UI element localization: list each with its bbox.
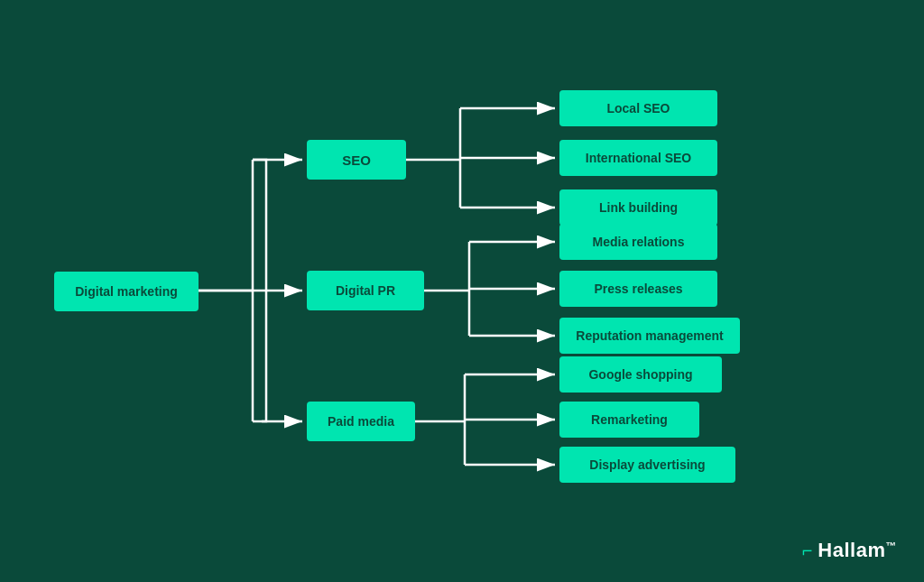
node-reputation-management: Reputation management <box>559 318 740 354</box>
node-display-advertising: Display advertising <box>559 447 735 483</box>
diagram: Digital marketing SEO Digital PR Paid me… <box>0 0 924 582</box>
hallam-logo-text: Hallam™ <box>818 539 897 562</box>
node-paid-media: Paid media <box>307 402 415 441</box>
node-digital-marketing: Digital marketing <box>54 272 199 311</box>
node-media-relations: Media relations <box>559 224 717 260</box>
node-seo: SEO <box>307 140 406 180</box>
node-remarketing: Remarketing <box>559 402 699 438</box>
node-international-seo: International SEO <box>559 140 717 176</box>
node-google-shopping: Google shopping <box>559 356 722 393</box>
hallam-logo: ⌐ Hallam™ <box>802 539 897 562</box>
node-link-building: Link building <box>559 189 717 226</box>
hallam-logo-icon: ⌐ <box>802 540 813 561</box>
node-local-seo: Local SEO <box>559 90 717 126</box>
node-press-releases: Press releases <box>559 271 717 307</box>
node-digital-pr: Digital PR <box>307 271 424 310</box>
